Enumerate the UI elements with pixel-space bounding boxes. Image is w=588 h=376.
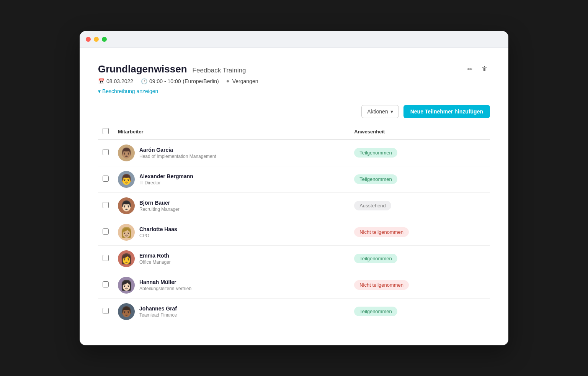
aktionen-button[interactable]: Aktionen ▾	[361, 105, 399, 118]
chevron-icon: ▾	[98, 88, 101, 94]
employee-info: Alexander Bergmann IT Director	[139, 173, 193, 186]
delete-button[interactable]: 🗑	[479, 64, 490, 74]
attendance-cell: Nicht teilgenommen	[350, 219, 490, 245]
row-checkbox-3[interactable]	[103, 228, 109, 235]
header-row: Grundlagenwissen Feedback Training ✏ 🗑	[98, 63, 490, 75]
employee-name: Alexander Bergmann	[139, 173, 193, 179]
attendance-cell: Teilgenommen	[350, 140, 490, 166]
select-all-checkbox[interactable]	[103, 128, 109, 134]
clock-icon: 🕐	[141, 78, 147, 84]
employee-role: Abteilungsleiterin Vertrieb	[139, 286, 191, 291]
page-title: Grundlagenwissen	[98, 63, 187, 75]
row-checkbox-4[interactable]	[103, 255, 109, 261]
row-checkbox-cell	[98, 245, 113, 272]
attendance-badge[interactable]: Teilgenommen	[354, 254, 397, 263]
attendance-badge[interactable]: Teilgenommen	[354, 307, 397, 316]
chevron-down-icon: ▾	[390, 108, 393, 115]
table-row: 👩 Emma Roth Office Manager Teilgenommen	[98, 245, 490, 272]
employee-name: Johannes Graf	[139, 305, 177, 312]
main-content: Grundlagenwissen Feedback Training ✏ 🗑 📅…	[80, 48, 508, 340]
avatar: 👨🏾	[118, 303, 135, 320]
minimize-button[interactable]	[94, 37, 99, 42]
row-checkbox-cell	[98, 192, 113, 219]
employee-role: Recruiting Manager	[139, 207, 180, 212]
employee-cell: 👨🏾 Johannes Graf Teamlead Finance	[113, 298, 350, 325]
attendance-badge[interactable]: Nicht teilgenommen	[354, 227, 409, 237]
employee-role: IT Director	[139, 180, 193, 186]
maximize-button[interactable]	[102, 37, 107, 42]
attendance-cell: Teilgenommen	[350, 245, 490, 272]
employee-cell: 👨🏽 Aarón Garcia Head of Implementation M…	[113, 140, 350, 166]
avatar: 👨🏻	[118, 197, 135, 214]
employee-info: Emma Roth Office Manager	[139, 253, 171, 265]
avatar: 👨	[118, 171, 135, 188]
trash-icon: 🗑	[482, 66, 488, 72]
attendance-badge[interactable]: Ausstehend	[354, 201, 391, 210]
employee-cell: 👩 Emma Roth Office Manager	[113, 245, 350, 272]
table-row: 👨 Alexander Bergmann IT Director Teilgen…	[98, 166, 490, 192]
date-item: 📅 08.03.2022	[98, 78, 133, 84]
employee-info: Björn Bauer Recruiting Manager	[139, 200, 180, 212]
employee-role: Teamlead Finance	[139, 312, 177, 318]
table-row: 👨🏾 Johannes Graf Teamlead Finance Teilge…	[98, 298, 490, 325]
employee-role: Head of Implementation Management	[139, 154, 216, 159]
employee-info: Aarón Garcia Head of Implementation Mana…	[139, 147, 216, 159]
employee-name: Hannah Müller	[139, 279, 191, 285]
table-row: 👨🏻 Björn Bauer Recruiting Manager Ausste…	[98, 192, 490, 219]
participants-table: Mitarbeiter Anwesenheit 👨🏽 Aarón Garcia …	[98, 124, 490, 325]
header-left: Grundlagenwissen Feedback Training	[98, 63, 246, 75]
employee-name: Aarón Garcia	[139, 147, 216, 153]
meta-row: 📅 08.03.2022 🕐 09:00 - 10:00 (Europe/Ber…	[98, 78, 490, 84]
employee-role: CPO	[139, 233, 177, 238]
status-value: Vergangen	[232, 78, 258, 84]
app-window: Grundlagenwissen Feedback Training ✏ 🗑 📅…	[80, 31, 508, 345]
pencil-icon: ✏	[467, 66, 472, 73]
employee-info: Hannah Müller Abteilungsleiterin Vertrie…	[139, 279, 191, 291]
attendance-badge[interactable]: Teilgenommen	[354, 148, 397, 158]
row-checkbox-cell	[98, 219, 113, 245]
toggle-description-link[interactable]: ▾ Beschreibung anzeigen	[98, 88, 490, 94]
attendance-badge[interactable]: Nicht teilgenommen	[354, 280, 409, 290]
attendance-badge[interactable]: Teilgenommen	[354, 174, 397, 184]
add-participants-button[interactable]: Neue Teilnehmer hinzufügen	[403, 105, 490, 118]
attendance-cell: Teilgenommen	[350, 166, 490, 192]
table-row: 👩🏼 Charlotte Haas CPO Nicht teilgenommen	[98, 219, 490, 245]
avatar: 👩🏼	[118, 224, 135, 241]
toggle-description-label: Beschreibung anzeigen	[102, 88, 158, 94]
header-attendance: Anwesenheit	[350, 124, 490, 140]
attendance-cell: Nicht teilgenommen	[350, 272, 490, 298]
time-item: 🕐 09:00 - 10:00 (Europe/Berlin)	[141, 78, 219, 84]
titlebar	[80, 31, 508, 48]
row-checkbox-5[interactable]	[103, 281, 109, 287]
time-value: 09:00 - 10:00	[149, 78, 181, 84]
employee-info: Johannes Graf Teamlead Finance	[139, 305, 177, 318]
header-checkbox-col	[98, 124, 113, 140]
employee-name: Björn Bauer	[139, 200, 180, 206]
add-participants-label: Neue Teilnehmer hinzufügen	[410, 108, 483, 115]
table-row: 👨🏽 Aarón Garcia Head of Implementation M…	[98, 140, 490, 166]
row-checkbox-cell	[98, 166, 113, 192]
employee-role: Office Manager	[139, 259, 171, 265]
close-button[interactable]	[86, 37, 91, 42]
employee-info: Charlotte Haas CPO	[139, 226, 177, 238]
avatar: 👩	[118, 250, 135, 267]
employee-name: Charlotte Haas	[139, 226, 177, 232]
status-dot	[227, 80, 229, 82]
table-row: 👩🏻 Hannah Müller Abteilungsleiterin Vert…	[98, 272, 490, 298]
aktionen-label: Aktionen	[367, 108, 388, 115]
calendar-icon: 📅	[98, 78, 105, 84]
avatar: 👨🏽	[118, 144, 135, 161]
employee-cell: 👩🏻 Hannah Müller Abteilungsleiterin Vert…	[113, 272, 350, 298]
date-value: 08.03.2022	[106, 78, 133, 84]
subtitle: Feedback Training	[193, 67, 246, 74]
header-employee: Mitarbeiter	[113, 124, 350, 140]
attendance-cell: Ausstehend	[350, 192, 490, 219]
row-checkbox-2[interactable]	[103, 202, 109, 208]
toolbar-row: Aktionen ▾ Neue Teilnehmer hinzufügen	[98, 105, 490, 118]
row-checkbox-1[interactable]	[103, 176, 109, 182]
row-checkbox-0[interactable]	[103, 149, 109, 155]
employee-cell: 👨 Alexander Bergmann IT Director	[113, 166, 350, 192]
edit-button[interactable]: ✏	[465, 64, 475, 74]
avatar: 👩🏻	[118, 277, 135, 294]
row-checkbox-6[interactable]	[103, 308, 109, 314]
